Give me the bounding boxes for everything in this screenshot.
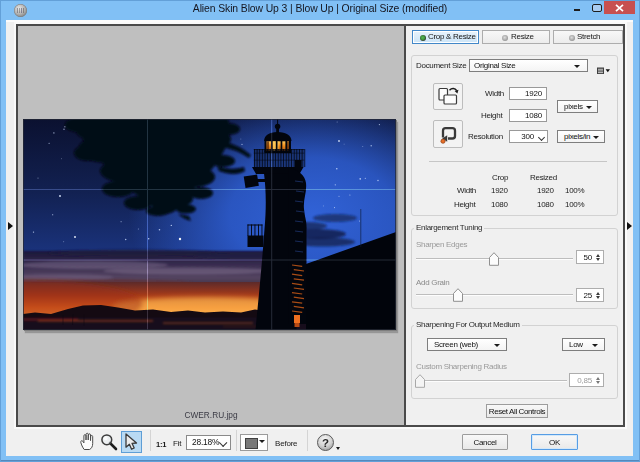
svg-text:?: ?	[322, 437, 329, 449]
